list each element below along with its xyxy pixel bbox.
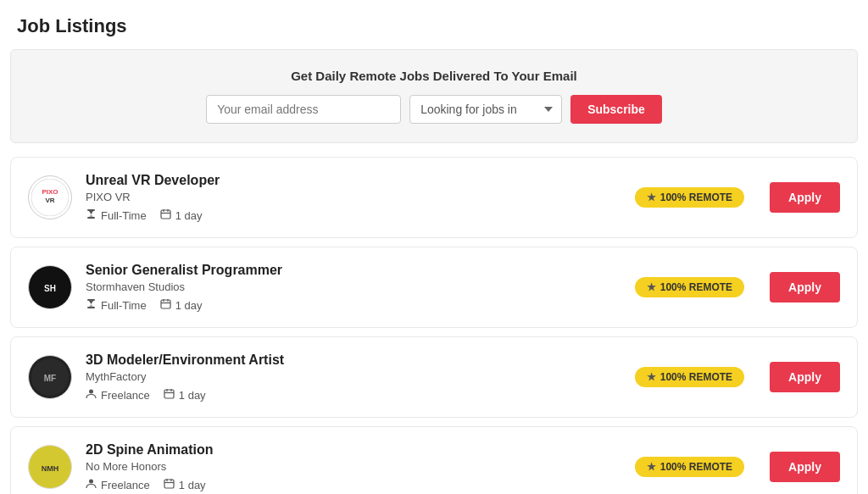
job-type-icon [86,298,97,312]
svg-point-19 [89,390,93,394]
job-date-meta: 1 day [160,208,203,222]
remote-badge: ★ 100% REMOTE [635,277,744,297]
job-type-label: Freelance [101,479,150,491]
banner-form: Looking for jobs in Subscribe [206,95,662,124]
job-posted-label: 1 day [175,299,203,312]
job-posted-label: 1 day [179,479,206,491]
badge-label: 100% REMOTE [660,371,732,383]
remote-badge: ★ 100% REMOTE [635,457,744,477]
job-posted-label: 1 day [175,209,203,222]
job-title: Senior Generalist Programmer [86,263,621,278]
job-meta: Full-Time 1 day [86,208,621,222]
job-type-label: Full-Time [101,209,147,222]
company-logo: PIXO VR [28,175,72,219]
remote-badge: ★ 100% REMOTE [635,187,744,208]
job-date-meta: 1 day [164,388,206,402]
email-input[interactable] [206,95,401,124]
job-title: 3D Modeler/Environment Artist [86,352,621,368]
company-name: PIXO VR [86,191,621,203]
job-card: NMH 2D Spine Animation No More Honors Fr… [10,426,858,494]
job-type-icon [86,478,97,491]
apply-button[interactable]: Apply [770,452,840,482]
job-info: 3D Modeler/Environment Artist MythFactor… [86,352,621,402]
company-logo: SH [28,265,72,309]
badge-star-icon: ★ [647,371,656,383]
apply-button[interactable]: Apply [770,362,840,392]
job-card: SH Senior Generalist Programmer Stormhav… [10,247,858,328]
job-card: MF 3D Modeler/Environment Artist MythFac… [10,336,858,418]
badge-apply-group: ★ 100% REMOTE Apply [635,452,840,482]
calendar-icon [164,388,175,402]
job-type-meta: Full-Time [86,298,147,312]
job-type-meta: Full-Time [86,208,147,222]
svg-rect-13 [161,300,170,308]
job-type-meta: Freelance [86,388,150,402]
badge-star-icon: ★ [647,461,656,473]
svg-rect-11 [87,299,95,301]
job-type-label: Full-Time [101,299,147,312]
svg-rect-5 [161,210,170,219]
badge-label: 100% REMOTE [660,281,732,293]
badge-apply-group: ★ 100% REMOTE Apply [635,182,840,213]
svg-point-26 [89,480,93,484]
company-name: Stormhaven Studios [86,280,621,293]
jobs-category-select[interactable]: Looking for jobs in [409,95,562,124]
calendar-icon [164,478,175,491]
badge-star-icon: ★ [647,191,656,203]
svg-text:VR: VR [45,197,54,204]
badge-star-icon: ★ [647,281,656,293]
svg-rect-20 [164,390,174,398]
job-type-icon [86,208,97,222]
badge-apply-group: ★ 100% REMOTE Apply [635,362,840,392]
email-banner: Get Daily Remote Jobs Delivered To Your … [10,49,858,143]
svg-text:NMH: NMH [42,464,59,473]
job-title: Unreal VR Developer [86,173,621,188]
job-card: PIXO VR Unreal VR Developer PIXO VR Full… [10,157,858,238]
company-logo: NMH [28,445,72,489]
job-meta: Freelance 1 day [86,388,621,402]
svg-rect-27 [164,480,174,488]
subscribe-button[interactable]: Subscribe [570,95,662,124]
banner-title: Get Daily Remote Jobs Delivered To Your … [291,69,577,83]
job-type-meta: Freelance [86,478,150,491]
badge-label: 100% REMOTE [660,191,732,203]
job-meta: Freelance 1 day [86,478,621,491]
job-info: 2D Spine Animation No More Honors Freela… [86,442,621,491]
calendar-icon [160,298,171,312]
page-title: Job Listings [0,0,868,49]
job-type-icon [86,388,97,402]
svg-rect-4 [87,217,95,219]
job-info: Senior Generalist Programmer Stormhaven … [86,263,621,312]
job-meta: Full-Time 1 day [86,298,621,312]
job-title: 2D Spine Animation [86,442,621,458]
svg-text:MF: MF [44,374,56,383]
job-list: PIXO VR Unreal VR Developer PIXO VR Full… [0,157,868,494]
job-posted-label: 1 day [179,389,206,402]
svg-rect-3 [87,209,95,211]
svg-text:SH: SH [44,284,56,293]
remote-badge: ★ 100% REMOTE [635,367,744,387]
apply-button[interactable]: Apply [770,272,840,303]
job-type-label: Freelance [101,389,150,402]
company-name: MythFactory [86,370,621,383]
job-date-meta: 1 day [160,298,203,312]
calendar-icon [160,208,171,222]
badge-label: 100% REMOTE [660,461,732,473]
company-logo: MF [28,355,72,399]
company-name: No More Honors [86,460,621,473]
apply-button[interactable]: Apply [770,182,840,213]
svg-text:PIXO: PIXO [42,188,58,196]
badge-apply-group: ★ 100% REMOTE Apply [635,272,840,303]
job-date-meta: 1 day [164,478,206,491]
svg-rect-12 [87,307,95,308]
job-info: Unreal VR Developer PIXO VR Full-Time 1 … [86,173,621,222]
